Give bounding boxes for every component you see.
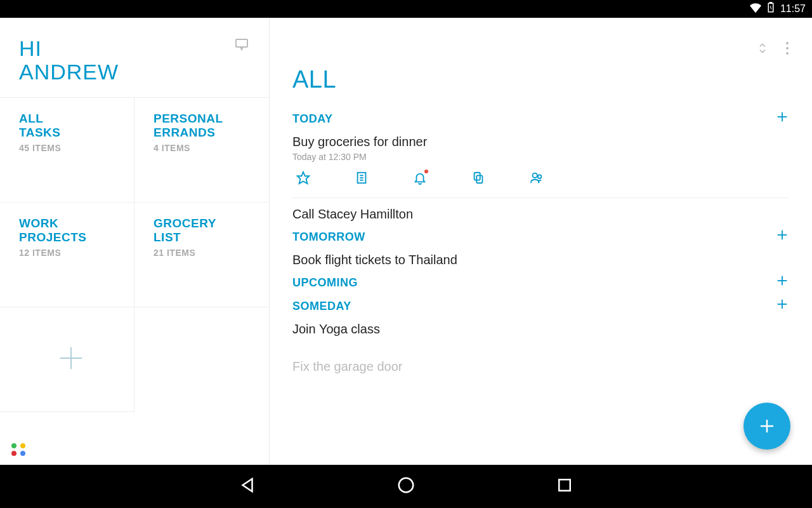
reminder-bell-icon[interactable] [413, 171, 427, 187]
plus-icon [56, 344, 86, 375]
greeting-line1: HI [19, 37, 119, 60]
svg-marker-10 [298, 172, 309, 184]
tile-work-projects[interactable]: WORK PROJECTS 12 ITEMS [0, 203, 134, 307]
task-subtitle: Today at 12:30 PM [292, 152, 789, 168]
svg-point-7 [786, 52, 789, 55]
svg-rect-2 [236, 39, 247, 47]
svg-point-17 [533, 173, 537, 178]
tile-subtitle: 4 ITEMS [154, 143, 258, 153]
task-action-row [292, 168, 789, 198]
more-options-icon[interactable] [785, 41, 789, 58]
android-nav-bar [0, 465, 812, 508]
greeting-line2: ANDREW [19, 60, 119, 84]
tile-title-line: ERRANDS [154, 126, 258, 140]
tile-title-line: TASKS [19, 126, 122, 140]
section-label: TODAY [292, 106, 333, 130]
share-people-icon[interactable] [530, 171, 544, 187]
tile-title-line: ALL [19, 112, 122, 126]
page-title: ALL [292, 66, 336, 93]
section-upcoming[interactable]: UPCOMING [292, 270, 789, 293]
task-item[interactable]: Buy groceries for dinner [292, 130, 789, 152]
task-list: TODAY Buy groceries for dinner Today at … [270, 106, 812, 377]
tile-title-line: PROJECTS [19, 231, 122, 244]
tile-empty [134, 307, 269, 412]
section-someday[interactable]: SOMEDAY [292, 293, 789, 317]
category-grid: ALL TASKS 45 ITEMS PERSONAL ERRANDS 4 IT… [0, 97, 269, 412]
section-tomorrow[interactable]: TOMORROW [292, 224, 789, 248]
greeting: HI ANDREW [19, 37, 119, 84]
tile-personal-errands[interactable]: PERSONAL ERRANDS 4 ITEMS [134, 98, 269, 203]
subtask-icon[interactable] [471, 171, 485, 187]
tile-title-line: PERSONAL [154, 112, 258, 126]
android-status-bar: 11:57 [0, 0, 812, 18]
svg-point-27 [399, 478, 414, 493]
section-label: TOMORROW [292, 224, 365, 248]
tile-title-line: GROCERY [154, 217, 258, 231]
svg-point-6 [786, 47, 789, 50]
task-item[interactable]: Fix the garage door [292, 354, 789, 377]
main-panel: ALL TODAY Buy groceries for dinner Today… [270, 18, 812, 465]
add-task-tomorrow-button[interactable] [775, 228, 789, 244]
tile-subtitle: 21 ITEMS [154, 248, 258, 258]
section-label: UPCOMING [292, 270, 358, 293]
nav-recent-icon[interactable] [555, 476, 574, 497]
tile-subtitle: 45 ITEMS [19, 143, 122, 153]
task-item[interactable]: Call Stacey Hamillton [292, 202, 789, 224]
tile-all-tasks[interactable]: ALL TASKS 45 ITEMS [0, 98, 134, 203]
note-icon[interactable] [355, 171, 369, 187]
nav-home-icon[interactable] [396, 476, 416, 497]
feedback-icon[interactable] [233, 37, 250, 55]
add-task-upcoming-button[interactable] [775, 274, 789, 290]
tile-title-line: LIST [154, 231, 258, 244]
svg-point-5 [786, 42, 789, 44]
tile-title-line: WORK [19, 217, 122, 231]
app-logo-icon[interactable] [11, 443, 258, 456]
battery-charging-icon [765, 2, 776, 16]
section-label: SOMEDAY [292, 293, 351, 317]
section-today[interactable]: TODAY [292, 106, 789, 130]
svg-rect-28 [559, 479, 570, 491]
sidebar: HI ANDREW ALL TASKS 45 ITEMS PERSONAL ER… [0, 18, 270, 465]
tile-subtitle: 12 ITEMS [19, 248, 122, 258]
tile-add-category[interactable] [0, 307, 134, 412]
svg-rect-1 [769, 3, 771, 4]
sort-icon[interactable] [756, 41, 769, 58]
add-task-today-button[interactable] [775, 110, 789, 126]
tile-grocery-list[interactable]: GROCERY LIST 21 ITEMS [134, 203, 269, 307]
add-task-someday-button[interactable] [775, 297, 789, 314]
task-item[interactable]: Book flight tickets to Thailand [292, 248, 789, 270]
star-icon[interactable] [296, 171, 310, 187]
wifi-icon [750, 2, 761, 16]
svg-point-18 [538, 175, 542, 178]
add-task-fab[interactable] [743, 403, 790, 450]
task-item[interactable]: Join Yoga class [292, 317, 789, 339]
status-time: 11:57 [780, 3, 806, 15]
nav-back-icon[interactable] [238, 476, 257, 497]
